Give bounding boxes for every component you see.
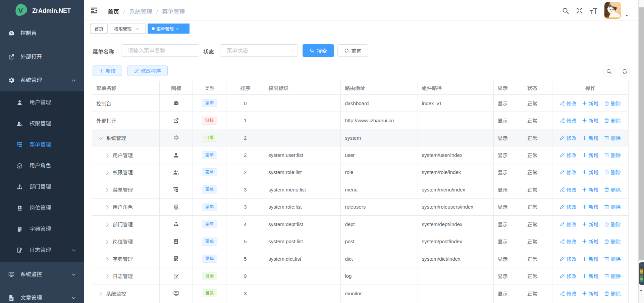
svg-text:V: V xyxy=(18,7,23,14)
